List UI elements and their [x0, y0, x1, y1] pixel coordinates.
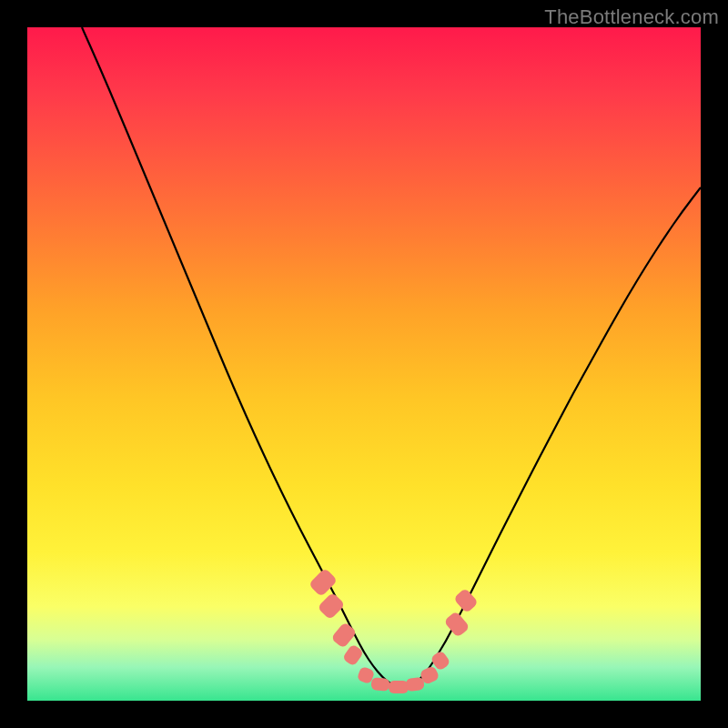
bottleneck-curve — [27, 27, 701, 701]
chart-plot-area — [27, 27, 701, 701]
curve-marker — [370, 677, 389, 692]
watermark-text: TheBottleneck.com — [544, 5, 719, 29]
chart-frame: TheBottleneck.com — [0, 0, 728, 728]
